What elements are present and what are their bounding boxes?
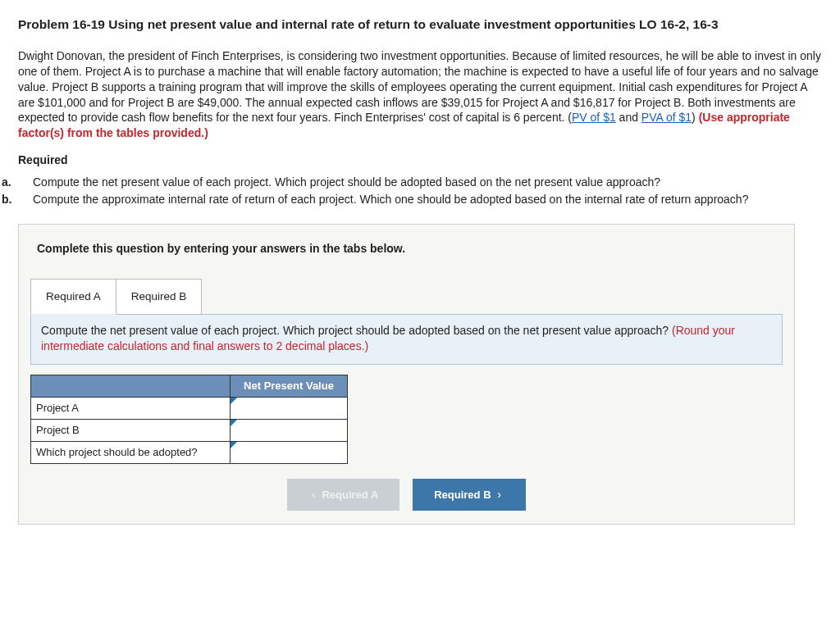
dropdown-marker-icon [231, 398, 237, 404]
header-spacer [31, 375, 231, 397]
prev-button: ‹ Required A [287, 479, 399, 511]
pva-of-1-link[interactable]: PVA of $1 [641, 111, 692, 124]
input-npv-project-a[interactable] [231, 397, 348, 419]
required-item-b: b.Compute the approximate internal rate … [18, 192, 822, 207]
tab-required-b[interactable]: Required B [116, 279, 203, 315]
input-which-adopted[interactable] [231, 441, 348, 463]
pv-of-1-link[interactable]: PV of $1 [572, 111, 616, 124]
body-close: ) [692, 111, 699, 124]
prev-button-label: Required A [322, 489, 378, 501]
table-row: Project A [31, 397, 348, 419]
problem-body: Dwight Donovan, the president of Finch E… [18, 48, 822, 141]
required-a-text: Compute the net present value of each pr… [33, 175, 660, 189]
input-npv-project-b[interactable] [231, 419, 348, 441]
prompt-main-text: Compute the net present value of each pr… [41, 324, 672, 337]
required-b-text: Compute the approximate internal rate of… [33, 193, 748, 206]
row-label-which-adopted: Which project should be adopted? [31, 441, 231, 463]
required-list: a.Compute the net present value of each … [18, 175, 822, 207]
row-label-project-b: Project B [31, 419, 231, 441]
table-row: Which project should be adopted? [31, 441, 348, 463]
body-mid: and [616, 111, 641, 124]
header-npv: Net Present Value [231, 375, 348, 397]
chevron-left-icon: ‹ [308, 488, 319, 501]
question-box: Complete this question by entering your … [18, 224, 795, 525]
answer-table: Net Present Value Project A Project B Wh… [30, 375, 348, 464]
chevron-right-icon: › [494, 488, 504, 501]
problem-title: Problem 16-19 Using net present value an… [18, 16, 822, 34]
tab-required-a[interactable]: Required A [30, 279, 116, 315]
nav-row: ‹ Required A Required B › [19, 464, 794, 524]
required-item-a: a.Compute the net present value of each … [18, 175, 822, 190]
prompt-panel: Compute the net present value of each pr… [30, 314, 783, 365]
table-row: Project B [31, 419, 348, 441]
dropdown-marker-icon [231, 442, 237, 448]
tabs-row: Required ARequired B [19, 278, 794, 314]
dropdown-marker-icon [231, 420, 237, 426]
next-button[interactable]: Required B › [413, 479, 526, 511]
required-heading: Required [18, 152, 822, 168]
next-button-label: Required B [434, 489, 491, 501]
row-label-project-a: Project A [31, 397, 231, 419]
instruction-bar: Complete this question by entering your … [19, 225, 794, 278]
